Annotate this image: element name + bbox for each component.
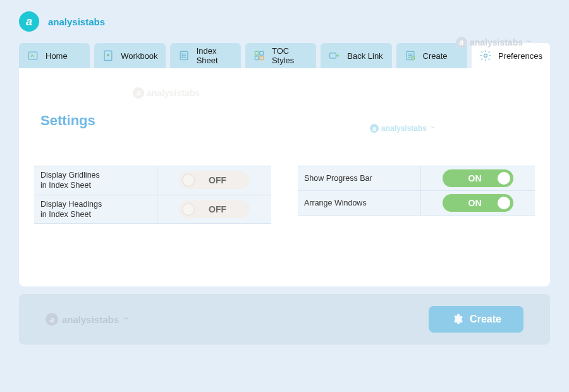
tab-label: Index Sheet — [197, 46, 233, 65]
svg-rect-11 — [330, 53, 336, 58]
setting-control: OFF — [157, 166, 271, 195]
footer-brand: a analysistabs™ — [46, 313, 128, 326]
home-icon — [27, 49, 39, 62]
watermark-icon: a — [370, 124, 379, 133]
section-title: Settings — [40, 113, 537, 129]
toggle-state-text: ON — [468, 198, 482, 208]
svg-rect-10 — [260, 56, 264, 60]
svg-point-6 — [182, 57, 183, 58]
create-tab-icon — [404, 49, 417, 62]
setting-label: Arrange Windows — [298, 191, 421, 215]
watermark-brand: a analysistabs™ — [456, 37, 531, 48]
setting-label: Display Gridlines in Index Sheet — [34, 166, 157, 195]
back-link-icon — [328, 49, 341, 62]
tab-label: Home — [46, 51, 68, 61]
trademark-icon: ™ — [123, 317, 128, 322]
toc-styles-icon — [253, 49, 266, 62]
toggle-knob — [182, 174, 195, 187]
gear-icon — [451, 313, 463, 326]
watermark-icon: a — [133, 87, 144, 99]
setting-control: ON — [421, 166, 535, 190]
svg-point-4 — [182, 54, 183, 54]
svg-point-1 — [31, 54, 32, 55]
toggle-knob — [498, 172, 510, 185]
tab-toc-styles[interactable]: TOC Styles — [245, 43, 316, 68]
setting-control: OFF — [157, 195, 271, 224]
toggle-gridlines[interactable]: OFF — [179, 171, 250, 189]
footer-brand-text: analysistabs — [62, 314, 119, 325]
gear-icon — [479, 49, 492, 62]
workbook-icon — [102, 49, 114, 62]
tab-label: TOC Styles — [272, 46, 309, 65]
setting-control: ON — [421, 191, 535, 215]
toggle-arrange-windows[interactable]: ON — [443, 194, 513, 212]
setting-label: Display Headings in Index Sheet — [34, 195, 157, 224]
toggle-state-text: OFF — [209, 204, 226, 214]
trademark-icon: ™ — [526, 40, 531, 46]
setting-row-progress: Show Progress Bar ON — [298, 166, 535, 190]
create-button-label: Create — [470, 314, 501, 325]
tab-home[interactable]: Home — [19, 43, 90, 68]
setting-row-headings: Display Headings in Index Sheet OFF — [34, 195, 271, 224]
content-watermark-small: a analysistabs™ — [370, 124, 435, 133]
watermark-icon: a — [456, 37, 467, 48]
content-watermark: a analysistabs — [133, 87, 200, 99]
tab-label: Create — [423, 51, 448, 61]
toggle-progress-bar[interactable]: ON — [443, 169, 513, 187]
settings-column-right: Show Progress Bar ON Arrange Windows ON — [298, 166, 535, 224]
toggle-state-text: OFF — [209, 175, 226, 185]
setting-label: Show Progress Bar — [298, 166, 421, 190]
footer-logo-icon: a — [46, 313, 58, 326]
svg-rect-7 — [255, 51, 259, 55]
watermark-text: analysistabs — [470, 37, 523, 47]
svg-point-5 — [182, 56, 183, 56]
content-panel: a analysistabs a analysistabs™ Settings … — [19, 68, 550, 286]
trademark-icon: ™ — [430, 126, 435, 132]
header: a analysistabs a analysistabs™ — [0, 0, 569, 38]
watermark-text: analysistabs — [147, 88, 200, 98]
tab-back-link[interactable]: Back Link — [321, 43, 391, 68]
create-button[interactable]: Create — [429, 306, 523, 333]
index-sheet-icon — [178, 49, 190, 62]
toggle-state-text: ON — [468, 173, 482, 183]
toggle-knob — [182, 203, 195, 216]
tab-label: Preferences — [498, 51, 542, 61]
settings-column-left: Display Gridlines in Index Sheet OFF Dis… — [34, 166, 271, 224]
logo-icon: a — [19, 11, 39, 32]
toggle-knob — [498, 197, 510, 209]
footer: a analysistabs™ Create — [19, 294, 550, 345]
svg-rect-9 — [255, 56, 259, 60]
tab-label: Workbook — [121, 51, 157, 61]
setting-row-gridlines: Display Gridlines in Index Sheet OFF — [34, 166, 271, 195]
svg-point-14 — [484, 54, 487, 58]
settings-grid: Display Gridlines in Index Sheet OFF Dis… — [32, 166, 537, 224]
svg-rect-8 — [260, 51, 264, 55]
tab-index-sheet[interactable]: Index Sheet — [170, 43, 241, 68]
toggle-headings[interactable]: OFF — [179, 200, 250, 218]
tab-label: Back Link — [347, 51, 382, 61]
brand-text: analysistabs — [48, 16, 105, 27]
setting-row-arrange: Arrange Windows ON — [298, 190, 535, 216]
tab-workbook[interactable]: Workbook — [94, 43, 165, 68]
watermark-text: analysistabs — [381, 124, 427, 133]
